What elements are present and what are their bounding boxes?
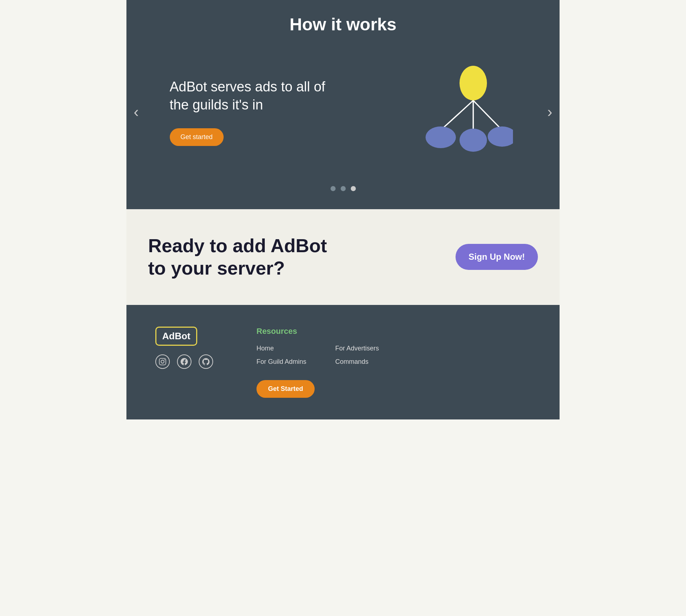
footer-social-icons	[155, 354, 213, 369]
github-icon[interactable]	[199, 354, 213, 369]
slider-dots	[126, 186, 560, 198]
cta-line1: Ready to add AdBot	[148, 234, 327, 257]
svg-point-5	[460, 129, 487, 152]
instagram-svg	[159, 358, 166, 365]
instagram-icon[interactable]	[155, 354, 170, 369]
svg-point-0	[460, 66, 487, 100]
facebook-icon[interactable]	[177, 354, 191, 369]
slider-next-button[interactable]: ›	[547, 103, 552, 121]
footer-get-started-button[interactable]: Get Started	[256, 380, 315, 398]
footer-link-home[interactable]: Home	[256, 345, 306, 352]
slider-container: ‹ AdBot serves ads to all of the guilds …	[126, 49, 560, 175]
how-it-works-title: How it works	[126, 14, 560, 34]
dot-1[interactable]	[331, 186, 336, 191]
network-diagram	[405, 61, 513, 163]
footer-resources: Resources Home For Advertisers For Guild…	[256, 327, 385, 398]
facebook-svg	[181, 358, 188, 365]
dot-2[interactable]	[341, 186, 346, 191]
svg-point-4	[426, 126, 456, 148]
sign-up-button[interactable]: Sign Up Now!	[456, 244, 538, 270]
footer-link-for-guild-admins[interactable]: For Guild Admins	[256, 358, 306, 366]
footer-link-for-advertisers[interactable]: For Advertisers	[335, 345, 385, 352]
slide-get-started-button[interactable]: Get started	[170, 128, 224, 146]
github-svg	[202, 358, 210, 365]
slider-prev-button[interactable]: ‹	[134, 103, 139, 121]
footer: AdBot Resources	[126, 305, 560, 419]
footer-logo-text: AdBot	[162, 331, 190, 341]
svg-point-6	[488, 126, 513, 147]
slide-text: AdBot serves ads to all of the guilds it…	[170, 78, 343, 146]
slide-illustration	[401, 61, 517, 163]
footer-link-commands[interactable]: Commands	[335, 358, 385, 366]
slide-content: AdBot serves ads to all of the guilds it…	[163, 61, 524, 163]
resources-title: Resources	[256, 327, 385, 336]
cta-section: Ready to add AdBot to your server? Sign …	[126, 209, 560, 305]
cta-text: Ready to add AdBot to your server?	[148, 234, 327, 280]
footer-logo: AdBot	[155, 327, 197, 346]
cta-line2: to your server?	[148, 257, 327, 279]
slide-heading: AdBot serves ads to all of the guilds it…	[170, 78, 343, 114]
how-it-works-section: How it works ‹ AdBot serves ads to all o…	[126, 0, 560, 209]
footer-brand: AdBot	[155, 327, 213, 369]
dot-3[interactable]	[351, 186, 356, 191]
resources-grid: Home For Advertisers For Guild Admins Co…	[256, 345, 385, 366]
